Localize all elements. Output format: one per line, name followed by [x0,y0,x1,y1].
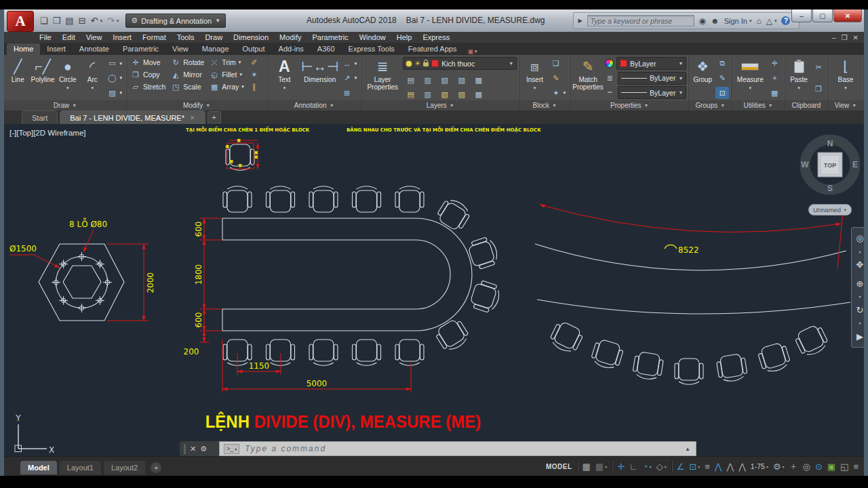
close-button[interactable]: ✕ [833,9,862,22]
workspace-gear-icon[interactable]: ⚙ [773,462,781,472]
menu-help[interactable]: Help [391,32,418,43]
polyline-button[interactable]: ⌐╱Polyline [31,56,54,100]
dim-arc-length-text[interactable]: 8522 [678,245,699,255]
clean-screen-icon[interactable]: ◱ [840,462,848,472]
doc-restore-icon[interactable]: ❐ [842,34,848,41]
snap-mode-icon[interactable]: ▦ [595,462,604,472]
grid-display-icon[interactable]: ▦ [583,462,591,472]
file-tab-close-icon[interactable]: ✕ [190,115,195,121]
menu-draw[interactable]: Draw [199,32,228,43]
arc-button[interactable]: ◜Arc▾ [81,56,104,100]
layer-unlock-all-icon[interactable]: ▨ [456,90,467,99]
full-navigation-wheel-icon[interactable]: ◎ [856,233,863,243]
command-history-toggle-icon[interactable]: ▲ [685,446,692,452]
panel-label-annotation[interactable]: Annotation▼ [267,100,361,110]
group-button[interactable]: ❖Group [691,56,714,100]
menu-express[interactable]: Express [417,32,455,43]
gear-dropdown-icon[interactable]: ▾ [783,464,785,469]
linear-dimension-button[interactable]: ↔▾ [340,58,359,70]
layer-properties-button[interactable]: ≣Layer Properties [363,56,401,100]
menu-modify[interactable]: Modify [274,32,307,43]
measure-button[interactable]: Measure▾ [734,56,766,100]
isodraft-icon[interactable]: ◇ [656,462,663,472]
erase-button[interactable]: ✐ [248,56,261,68]
u-table-drawing[interactable] [222,186,502,366]
quick-calculator-button[interactable]: ▦ [768,87,781,99]
annotation-note-1[interactable]: TẠI MỖI ĐIỂM CHIA CHÈN 1 ĐIỂM HOẶC BLOCK [186,127,309,133]
layer-on-all-icon[interactable]: ▤ [406,90,416,99]
scale-dropdown-icon[interactable]: ▾ [766,464,768,469]
undo-icon[interactable]: ↶ [91,16,98,26]
sign-in-button[interactable]: Sign In [724,17,747,25]
menu-edit[interactable]: Edit [57,32,81,43]
panel-label-properties[interactable]: Properties▼ [570,100,688,110]
menu-insert[interactable]: Insert [107,32,137,43]
mirror-button[interactable]: ◭Mirror [169,68,206,81]
circle-button[interactable]: ●Circle▾ [56,56,79,100]
doc-close-icon[interactable]: ✕ [853,34,859,41]
panel-label-draw[interactable]: Draw▼ [4,100,126,110]
layer-unisolate-icon[interactable]: ▥ [422,90,433,99]
app-menu-button[interactable]: A [7,11,34,32]
menu-tools[interactable]: Tools [172,32,200,43]
hexagon-drawing[interactable]: 8 LỖ Ø80 Ø1500 2000 [9,218,155,321]
tab-express-tools[interactable]: Express Tools [342,43,401,55]
tab-parametric[interactable]: Parametric [116,43,165,55]
drawing-canvas[interactable]: 8 LỖ Ø80 Ø1500 2000 [4,124,864,456]
tab-output[interactable]: Output [236,43,272,55]
panel-label-view[interactable]: View▼ [828,100,863,110]
array-button[interactable]: ▦Array▾ [208,81,246,93]
viewcube-east[interactable]: E [852,160,858,169]
share-drawing-icon[interactable]: ▣ [827,462,835,472]
menu-parametric[interactable]: Parametric [307,32,353,43]
tab-annotate[interactable]: Annotate [73,43,116,55]
tab-insert[interactable]: Insert [40,43,73,55]
viewcube-north[interactable]: N [827,139,833,148]
search-binoculars-icon[interactable]: ◉ [699,16,706,26]
showmotion-icon[interactable]: ▶ [856,331,863,342]
explode-button[interactable]: ✶ [248,68,261,81]
panel-label-groups[interactable]: Groups▼ [689,100,731,110]
undo-dropdown-icon[interactable]: ▾ [100,18,102,24]
model-space-toggle[interactable]: MODEL [546,463,572,470]
menu-dimension[interactable]: Dimension [228,32,274,43]
customization-menu-icon[interactable]: ≡ [853,462,859,472]
viewcube-west[interactable]: W [801,160,809,169]
minimize-button[interactable]: – [791,9,812,22]
redo-dropdown-icon[interactable]: ▾ [117,18,119,24]
dim-1800-text[interactable]: 1800 [194,264,203,285]
lineweight-display-icon[interactable]: ≡ [705,462,710,472]
graphics-performance-icon[interactable]: ⊙ [815,462,823,472]
new-file-icon[interactable]: ❏ [40,16,48,26]
doc-minimize-icon[interactable]: – [832,34,836,41]
annotation-monitor-icon[interactable]: ＋ [789,460,798,472]
save-icon[interactable]: ▤ [65,16,73,26]
layer-off-icon[interactable]: ▤ [406,76,416,85]
new-layout-button[interactable]: + [151,462,161,473]
plot-icon[interactable]: ⊟ [79,16,86,26]
autoscale-icon[interactable]: ⋀ [727,462,734,472]
a360-dropdown-icon[interactable]: ▾ [774,18,777,24]
layer-freeze-icon[interactable]: ▧ [439,76,450,85]
hex-diameter-label[interactable]: Ø1500 [9,244,37,253]
sign-in-dropdown-icon[interactable]: ▾ [749,18,752,24]
dim-1150-text[interactable]: 1150 [249,361,270,371]
ungroup-button[interactable]: ⧉ [715,58,729,70]
chair-block-preview[interactable] [226,139,258,170]
layer-isolate-icon[interactable]: ▥ [422,76,433,85]
layer-previous-icon[interactable]: ▩ [473,90,484,99]
table-button[interactable]: ⊞ [340,87,359,99]
rectangle-button[interactable]: ▭▾ [105,58,124,70]
menu-window[interactable]: Window [354,32,391,43]
annotation-scale-value[interactable]: 1-75 [751,462,765,470]
ortho-mode-icon[interactable]: ∟ [629,462,638,472]
command-prompt-icon[interactable]: >_▾ [224,444,239,454]
named-view-pill[interactable]: Unnamed▼ [808,204,852,216]
edit-block-button[interactable]: ✎ [549,72,568,84]
orbit-icon[interactable]: ↻ [856,305,864,315]
help-icon[interactable]: ? [781,16,790,25]
object-snap-icon[interactable]: ⊡ [689,462,696,472]
search-input[interactable] [587,15,694,26]
viewcube-top-face[interactable]: TOP [824,162,836,169]
panel-label-layers[interactable]: Layers▼ [361,100,519,110]
